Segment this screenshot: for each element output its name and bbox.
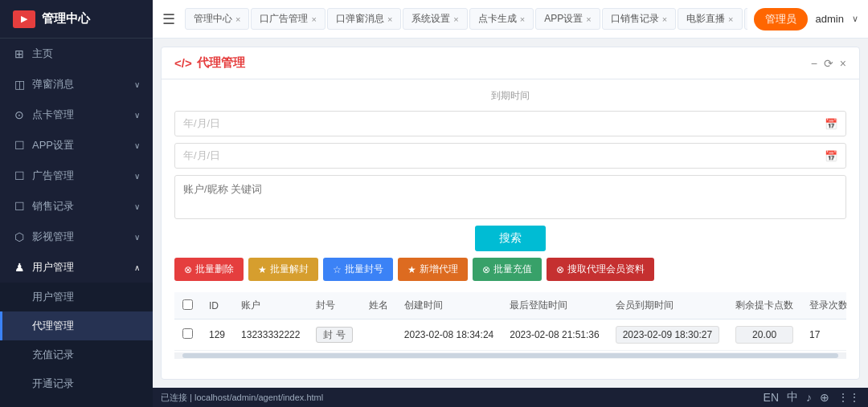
date-end-text: 年/月/日	[183, 149, 220, 163]
tab-close-icon[interactable]: ×	[586, 14, 591, 24]
sub-item-label: 代理管理	[32, 319, 74, 333]
tab-app[interactable]: APP设置 ×	[535, 8, 600, 30]
sidebar-item-label: 主页	[32, 47, 53, 61]
sidebar-item-user[interactable]: ♟ 用户管理 ∧	[0, 252, 153, 283]
close-button[interactable]: ×	[840, 57, 846, 70]
date-input-start[interactable]: 年/月/日 📅	[174, 111, 846, 136]
chevron-icon: ∨	[134, 141, 140, 150]
date-input-end[interactable]: 年/月/日 📅	[174, 143, 846, 169]
header-expire: 会员到期时间	[608, 292, 727, 319]
new-agent-button[interactable]: ★ 新增代理	[398, 258, 468, 281]
tab-movie[interactable]: 电影直播 ×	[678, 8, 742, 30]
page-title: </> 代理管理	[174, 55, 245, 71]
grid-icon[interactable]: ⋮⋮	[837, 391, 860, 404]
batch-unseal-button[interactable]: ★ 批量解封	[248, 258, 318, 281]
calendar-icon: 📅	[825, 118, 837, 130]
sidebar-item-agent-record[interactable]: 代理记录	[0, 398, 153, 407]
sidebar-item-advert[interactable]: ☐ 广告管理 ∨	[0, 161, 153, 191]
select-all-checkbox[interactable]	[182, 299, 193, 310]
topbar: ☰ 管理中心 × 口广告管理 × 口弹窗消息 × 系统设置 × 点卡生成 ×	[153, 0, 868, 39]
data-table: ID 账户 封号 姓名 创建时间 最后登陆时间 会员到期时间 剩余提卡点数 登录…	[174, 292, 846, 351]
header-id: ID	[201, 292, 233, 319]
chevron-up-icon: ∧	[134, 263, 140, 272]
row-expire: 2023-02-09 18:30:27	[608, 319, 727, 351]
batch-delete-button[interactable]: ⊗ 批量删除	[174, 258, 244, 281]
refresh-button[interactable]: ⟳	[824, 57, 833, 70]
tab-tv[interactable]: 电视直播 ×	[744, 8, 747, 30]
sidebar-item-home[interactable]: ⊞ 主页	[0, 39, 153, 69]
tab-close-icon[interactable]: ×	[387, 14, 392, 24]
advert-icon: ☐	[13, 169, 26, 182]
tab-label: 管理中心	[194, 12, 232, 26]
batch-recharge-button[interactable]: ⊗ 批量充值	[473, 258, 542, 281]
lang-en-icon[interactable]: EN	[764, 391, 779, 404]
tab-advert[interactable]: 口广告管理 ×	[251, 8, 325, 30]
panel-controls: − ⟳ ×	[811, 57, 846, 70]
search-button[interactable]: 搜索	[475, 226, 546, 251]
chevron-icon: ∨	[134, 172, 140, 181]
sidebar-item-agent-manage[interactable]: 代理管理	[0, 311, 153, 340]
video-icon: ⬡	[13, 230, 26, 243]
tab-close-icon[interactable]: ×	[235, 14, 240, 24]
btn-label: 新增代理	[420, 263, 458, 276]
page-panel: </> 代理管理 − ⟳ × 到期时间 年/月/日 📅	[161, 47, 860, 380]
btn-label: 批量封号	[345, 263, 383, 276]
btn-label: 批量解封	[270, 263, 309, 276]
horizontal-scrollbar[interactable]	[174, 352, 846, 359]
sidebar-item-recharge-record[interactable]: 充值记录	[0, 340, 153, 369]
search-textarea[interactable]	[174, 175, 846, 219]
sub-item-label: 开通记录	[32, 376, 74, 391]
sidebar-item-user-manage[interactable]: 用户管理	[0, 283, 153, 311]
tab-close-icon[interactable]: ×	[311, 14, 316, 24]
tab-sales[interactable]: 口销售记录 ×	[602, 8, 676, 30]
tab-close-icon[interactable]: ×	[662, 14, 667, 24]
sidebar-sub-menu: 用户管理 代理管理 充值记录 开通记录 代理记录 即将到期	[0, 283, 153, 407]
sidebar-item-sales[interactable]: ☐ 销售记录 ∨	[0, 191, 153, 222]
sidebar-item-label: 广告管理	[32, 169, 74, 183]
sidebar-item-label: 影视管理	[32, 230, 74, 244]
audio-icon[interactable]: ♪	[806, 391, 812, 404]
sidebar-item-label: 弹窗消息	[32, 77, 74, 92]
lang-zh-icon[interactable]: 中	[787, 390, 798, 405]
sidebar-item-app[interactable]: ☐ APP设置 ∨	[0, 130, 153, 161]
tab-close-icon[interactable]: ×	[728, 14, 733, 24]
header-created: 创建时间	[396, 292, 502, 319]
tab-admin-center[interactable]: 管理中心 ×	[185, 8, 249, 30]
chevron-icon: ∨	[134, 202, 140, 211]
sidebar-item-card[interactable]: ⊙ 点卡管理 ∨	[0, 100, 153, 130]
row-last-login: 2023-02-08 21:51:36	[502, 319, 607, 351]
tab-popup[interactable]: 口弹窗消息 ×	[327, 8, 401, 30]
settings-icon[interactable]: ⊕	[820, 391, 829, 404]
star-icon: ☆	[333, 264, 342, 275]
batch-seal-button[interactable]: ☆ 批量封号	[323, 258, 393, 281]
tab-label: 系统设置	[411, 12, 450, 26]
main-area: ☰ 管理中心 × 口广告管理 × 口弹窗消息 × 系统设置 × 点卡生成 ×	[153, 0, 868, 407]
tab-card-gen[interactable]: 点卡生成 ×	[469, 8, 534, 30]
sidebar-item-popup[interactable]: ◫ 弹窗消息 ∨	[0, 69, 153, 100]
title-icon: </>	[174, 56, 192, 70]
minimize-button[interactable]: −	[811, 57, 817, 70]
tab-system[interactable]: 系统设置 ×	[403, 8, 467, 30]
recharge-icon: ⊗	[482, 264, 490, 275]
app-icon: ☐	[13, 139, 26, 152]
hamburger-icon[interactable]: ☰	[162, 10, 175, 28]
tab-label: 点卡生成	[478, 12, 517, 26]
user-icon: ♟	[13, 261, 26, 274]
date-range-label: 到期时间	[174, 89, 846, 103]
sidebar-item-open-record[interactable]: 开通记录	[0, 369, 153, 398]
row-checkbox[interactable]	[182, 328, 193, 339]
calendar-icon: 📅	[825, 150, 837, 162]
tab-close-icon[interactable]: ×	[453, 14, 458, 24]
admin-dropdown-icon[interactable]: ∨	[852, 14, 858, 24]
tab-close-icon[interactable]: ×	[520, 14, 525, 24]
fetch-info-button[interactable]: ⊗ 搜取代理会员资料	[547, 258, 654, 281]
admin-button[interactable]: 管理员	[754, 8, 808, 31]
row-name	[361, 319, 396, 351]
header-card-points: 剩余提卡点数	[727, 292, 801, 319]
sales-icon: ☐	[13, 200, 26, 213]
card-icon: ⊙	[13, 108, 26, 121]
table-row: 129 13233332222 封 号 2023-02-08 18:34:24 …	[174, 319, 846, 351]
sidebar-item-video[interactable]: ⬡ 影视管理 ∨	[0, 222, 153, 252]
table-wrap: ID 账户 封号 姓名 创建时间 最后登陆时间 会员到期时间 剩余提卡点数 登录…	[174, 292, 846, 369]
tab-bar: 管理中心 × 口广告管理 × 口弹窗消息 × 系统设置 × 点卡生成 × APP…	[185, 8, 747, 30]
